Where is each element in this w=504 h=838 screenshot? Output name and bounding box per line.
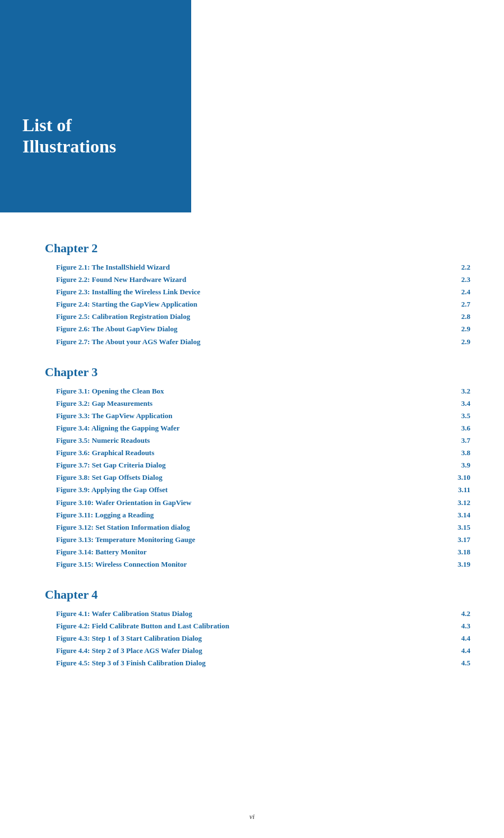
figure-label: Figure 4.3: Step 1 of 3 Start Calibratio… bbox=[56, 632, 202, 645]
sidebar-title: List of Illustrations bbox=[22, 114, 116, 158]
figure-label: Figure 3.4: Aligning the Gapping Wafer bbox=[56, 422, 180, 434]
chapter-2-heading: Chapter 2 bbox=[45, 241, 470, 256]
figure-label: Figure 2.3: Installing the Wireless Link… bbox=[56, 286, 200, 298]
figure-label: Figure 3.2: Gap Measurements bbox=[56, 397, 152, 410]
figure-row: Figure 4.4: Step 2 of 3 Place AGS Wafer … bbox=[56, 645, 470, 657]
figure-row: Figure 3.9: Applying the Gap Offset 3.11 bbox=[56, 484, 470, 496]
figure-row: Figure 3.2: Gap Measurements 3.4 bbox=[56, 397, 470, 410]
figure-page: 2.7 bbox=[461, 298, 470, 311]
page-container: List of Illustrations Chapter 2 Figure 2… bbox=[0, 0, 504, 838]
figure-row: Figure 3.5: Numeric Readouts 3.7 bbox=[56, 434, 470, 447]
figure-row: Figure 3.10: Wafer Orientation in GapVie… bbox=[56, 497, 470, 509]
figure-row: Figure 3.1: Opening the Clean Box 3.2 bbox=[56, 385, 470, 397]
figure-label: Figure 2.4: Starting the GapView Applica… bbox=[56, 298, 197, 311]
figure-page: 2.9 bbox=[461, 323, 470, 335]
figure-label: Figure 4.1: Wafer Calibration Status Dia… bbox=[56, 608, 192, 620]
chapter-2-section: Chapter 2 Figure 2.1: The InstallShield … bbox=[45, 241, 470, 348]
figure-page: 3.7 bbox=[461, 434, 470, 447]
figure-row: Figure 2.5: Calibration Registration Dia… bbox=[56, 311, 470, 323]
figure-row: Figure 3.7: Set Gap Criteria Dialog 3.9 bbox=[56, 459, 470, 471]
figure-row: Figure 4.1: Wafer Calibration Status Dia… bbox=[56, 608, 470, 620]
figure-label: Figure 2.6: The About GapView Dialog bbox=[56, 323, 177, 335]
figure-label: Figure 3.1: Opening the Clean Box bbox=[56, 385, 164, 397]
chapter-3-section: Chapter 3 Figure 3.1: Opening the Clean … bbox=[45, 365, 470, 571]
figure-label: Figure 3.9: Applying the Gap Offset bbox=[56, 484, 168, 496]
figure-page: 4.4 bbox=[461, 645, 470, 657]
sidebar-title-line2: Illustrations bbox=[22, 136, 116, 157]
figure-label: Figure 3.10: Wafer Orientation in GapVie… bbox=[56, 497, 191, 509]
figure-label: Figure 3.11: Logging a Reading bbox=[56, 509, 154, 521]
figure-label: Figure 3.15: Wireless Connection Monitor bbox=[56, 558, 187, 571]
figure-page: 3.15 bbox=[457, 521, 470, 534]
figure-row: Figure 2.7: The About your AGS Wafer Dia… bbox=[56, 336, 470, 348]
figure-page: 3.10 bbox=[457, 471, 470, 484]
figure-row: Figure 3.11: Logging a Reading 3.14 bbox=[56, 509, 470, 521]
figure-page: 4.4 bbox=[461, 632, 470, 645]
figure-page: 4.3 bbox=[461, 620, 470, 632]
figure-row: Figure 3.14: Battery Monitor 3.18 bbox=[56, 546, 470, 558]
figure-row: Figure 3.4: Aligning the Gapping Wafer 3… bbox=[56, 422, 470, 434]
figure-page: 3.12 bbox=[457, 497, 470, 509]
main-content: Chapter 2 Figure 2.1: The InstallShield … bbox=[45, 241, 470, 687]
figure-page: 3.9 bbox=[461, 459, 470, 471]
figure-page: 3.18 bbox=[457, 546, 470, 558]
chapter-3-figure-list: Figure 3.1: Opening the Clean Box 3.2 Fi… bbox=[56, 385, 470, 571]
figure-row: Figure 4.2: Field Calibrate Button and L… bbox=[56, 620, 470, 632]
figure-row: Figure 2.6: The About GapView Dialog 2.9 bbox=[56, 323, 470, 335]
figure-row: Figure 2.4: Starting the GapView Applica… bbox=[56, 298, 470, 311]
figure-row: Figure 3.12: Set Station Information dia… bbox=[56, 521, 470, 534]
figure-row: Figure 2.1: The InstallShield Wizard 2.2 bbox=[56, 261, 470, 274]
figure-row: Figure 3.3: The GapView Application 3.5 bbox=[56, 410, 470, 422]
figure-page: 3.19 bbox=[457, 558, 470, 571]
figure-label: Figure 3.3: The GapView Application bbox=[56, 410, 172, 422]
figure-label: Figure 2.2: Found New Hardware Wizard bbox=[56, 274, 186, 286]
figure-row: Figure 2.3: Installing the Wireless Link… bbox=[56, 286, 470, 298]
page-number: vi bbox=[249, 812, 255, 821]
figure-page: 3.5 bbox=[461, 410, 470, 422]
figure-page: 3.14 bbox=[457, 509, 470, 521]
figure-row: Figure 3.8: Set Gap Offsets Dialog 3.10 bbox=[56, 471, 470, 484]
figure-row: Figure 3.13: Temperature Monitoring Gaug… bbox=[56, 534, 470, 546]
figure-row: Figure 3.15: Wireless Connection Monitor… bbox=[56, 558, 470, 571]
figure-page: 2.8 bbox=[461, 311, 470, 323]
chapter-2-figure-list: Figure 2.1: The InstallShield Wizard 2.2… bbox=[56, 261, 470, 348]
figure-page: 3.2 bbox=[461, 385, 470, 397]
figure-label: Figure 2.7: The About your AGS Wafer Dia… bbox=[56, 336, 200, 348]
figure-label: Figure 3.6: Graphical Readouts bbox=[56, 447, 154, 459]
figure-label: Figure 3.12: Set Station Information dia… bbox=[56, 521, 190, 534]
figure-page: 2.9 bbox=[461, 336, 470, 348]
figure-label: Figure 2.1: The InstallShield Wizard bbox=[56, 261, 170, 274]
chapter-4-heading: Chapter 4 bbox=[45, 587, 470, 602]
figure-label: Figure 3.8: Set Gap Offsets Dialog bbox=[56, 471, 163, 484]
figure-label: Figure 3.7: Set Gap Criteria Dialog bbox=[56, 459, 165, 471]
figure-page: 2.2 bbox=[461, 261, 470, 274]
figure-page: 3.11 bbox=[458, 484, 470, 496]
figure-label: Figure 3.14: Battery Monitor bbox=[56, 546, 147, 558]
figure-label: Figure 3.13: Temperature Monitoring Gaug… bbox=[56, 534, 195, 546]
figure-row: Figure 4.5: Step 3 of 3 Finish Calibrati… bbox=[56, 657, 470, 669]
figure-page: 2.3 bbox=[461, 274, 470, 286]
figure-label: Figure 4.4: Step 2 of 3 Place AGS Wafer … bbox=[56, 645, 202, 657]
figure-page: 4.2 bbox=[461, 608, 470, 620]
figure-row: Figure 2.2: Found New Hardware Wizard 2.… bbox=[56, 274, 470, 286]
figure-row: Figure 4.3: Step 1 of 3 Start Calibratio… bbox=[56, 632, 470, 645]
chapter-3-heading: Chapter 3 bbox=[45, 365, 470, 379]
figure-page: 3.17 bbox=[457, 534, 470, 546]
figure-row: Figure 3.6: Graphical Readouts 3.8 bbox=[56, 447, 470, 459]
figure-page: 3.4 bbox=[461, 397, 470, 410]
sidebar-title-line1: List of bbox=[22, 114, 116, 136]
figure-label: Figure 2.5: Calibration Registration Dia… bbox=[56, 311, 190, 323]
figure-page: 4.5 bbox=[461, 657, 470, 669]
figure-label: Figure 4.5: Step 3 of 3 Finish Calibrati… bbox=[56, 657, 206, 669]
figure-page: 2.4 bbox=[461, 286, 470, 298]
figure-page: 3.8 bbox=[461, 447, 470, 459]
sidebar-header: List of Illustrations bbox=[0, 0, 191, 212]
chapter-4-section: Chapter 4 Figure 4.1: Wafer Calibration … bbox=[45, 587, 470, 669]
figure-label: Figure 3.5: Numeric Readouts bbox=[56, 434, 150, 447]
figure-page: 3.6 bbox=[461, 422, 470, 434]
chapter-4-figure-list: Figure 4.1: Wafer Calibration Status Dia… bbox=[56, 608, 470, 669]
figure-label: Figure 4.2: Field Calibrate Button and L… bbox=[56, 620, 229, 632]
